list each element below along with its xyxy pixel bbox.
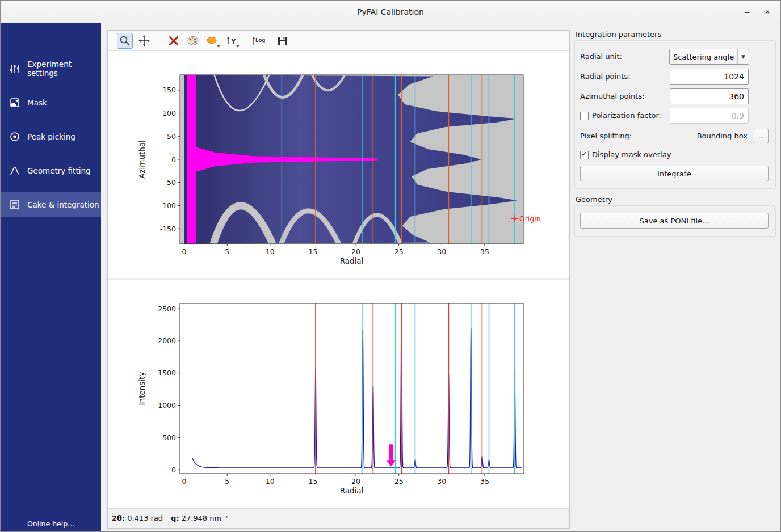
online-help-link[interactable]: Online help... <box>1 520 101 528</box>
tth-value: 0.413 rad <box>127 514 163 522</box>
polarization-input <box>670 108 749 124</box>
polarization-checkbox[interactable] <box>580 112 589 120</box>
window-title: PyFAI Calibration <box>1 1 780 23</box>
close-button[interactable]: × <box>759 4 776 20</box>
svg-text:150: 150 <box>162 86 176 94</box>
target-rings-icon <box>9 131 20 142</box>
svg-text:Log: Log <box>255 37 265 43</box>
svg-text:20: 20 <box>351 477 360 485</box>
radial-points-label: Radial points: <box>580 69 631 85</box>
pyfai-calibration-window: PyFAI Calibration – × Experiment setting… <box>0 0 781 532</box>
svg-text:10: 10 <box>266 477 275 485</box>
mask-overlay-checkbox[interactable] <box>580 151 589 159</box>
sidebar-item-label: Mask <box>27 98 47 107</box>
svg-text:Origin: Origin <box>519 214 541 223</box>
svg-text:0: 0 <box>182 247 187 256</box>
svg-text:Radial: Radial <box>340 486 364 495</box>
log-scale-button[interactable]: Log <box>251 33 267 49</box>
ellipse-roi-icon <box>206 35 219 47</box>
svg-text:25: 25 <box>394 477 404 485</box>
azimuthal-points-label: Azimuthal points: <box>580 88 645 104</box>
svg-text:1000: 1000 <box>158 401 176 409</box>
svg-text:0: 0 <box>171 155 176 164</box>
radial-unit-combobox[interactable]: Scattering angle 2 ▼ <box>669 49 749 65</box>
red-cross-icon <box>167 35 180 47</box>
profile-plot-canvas[interactable]: 0510152025303505001000150020002500Radial… <box>108 280 569 508</box>
palette-icon <box>187 35 199 47</box>
integration-sidebar: Integration parameters Radial unit: Scat… <box>574 23 780 531</box>
pan-tool-button[interactable] <box>136 33 152 49</box>
sliders-icon <box>9 63 20 74</box>
radial-unit-label: Radial unit: <box>580 49 622 65</box>
combo-dropdown-icon: ▼ <box>737 49 749 64</box>
sidebar: Experiment settings Mask Peak picking Ge… <box>1 23 101 531</box>
dropdown-caret-icon: ▾ <box>217 44 220 49</box>
q-label: q: <box>171 514 179 522</box>
save-button[interactable] <box>275 33 291 49</box>
mask-overlay-label: Display mask overlay <box>592 147 671 163</box>
plot-panel: ▾ Y ▾ Log <box>107 30 570 529</box>
sidebar-item-geometry-fitting[interactable]: Geometry fitting <box>1 158 101 183</box>
integrate-button[interactable]: Integrate <box>580 166 769 181</box>
q-value: 27.948 nm⁻¹ <box>182 514 229 522</box>
svg-text:15: 15 <box>308 247 317 256</box>
radial-unit-value: Scattering angle 2 <box>670 53 737 61</box>
svg-text:0: 0 <box>182 477 187 485</box>
integration-panel-icon <box>9 199 20 210</box>
svg-text:0: 0 <box>171 466 176 474</box>
geometry-title: Geometry <box>576 195 612 204</box>
log-scale-icon: Log <box>251 35 266 47</box>
svg-text:25: 25 <box>394 247 404 256</box>
sidebar-item-label: Experiment settings <box>27 60 101 78</box>
svg-text:15: 15 <box>308 477 317 485</box>
mask-icon <box>9 97 20 108</box>
svg-text:5: 5 <box>225 477 229 485</box>
svg-text:30: 30 <box>437 477 446 485</box>
sidebar-item-label: Peak picking <box>27 132 75 141</box>
svg-text:Radial: Radial <box>340 256 364 265</box>
y-axis-orientation-button[interactable]: Y ▾ <box>224 33 240 49</box>
svg-text:Y: Y <box>230 37 236 45</box>
peak-curve-icon <box>9 165 20 176</box>
sidebar-item-mask[interactable]: Mask <box>1 90 101 115</box>
polarization-label: Polarization factor: <box>592 108 661 124</box>
svg-text:-50: -50 <box>165 178 176 187</box>
main-area: ▾ Y ▾ Log <box>101 23 574 531</box>
titlebar: PyFAI Calibration – × <box>1 1 780 24</box>
y-axis-icon: Y <box>225 35 238 47</box>
svg-text:35: 35 <box>480 247 489 256</box>
svg-text:50: 50 <box>167 132 176 141</box>
sidebar-item-label: Cake & integration <box>27 200 99 209</box>
sidebar-item-peak-picking[interactable]: Peak picking <box>1 124 101 149</box>
cake-plot-canvas[interactable]: 05101520253035-150-100-50050100150Radial… <box>108 51 569 278</box>
svg-text:100: 100 <box>162 109 176 117</box>
colormap-button[interactable] <box>185 33 201 49</box>
radial-points-input[interactable] <box>670 69 749 85</box>
move-arrows-icon <box>138 35 150 47</box>
remove-marker-button[interactable] <box>166 33 182 49</box>
pixel-splitting-more-button[interactable]: ... <box>754 129 769 143</box>
sidebar-item-label: Geometry fitting <box>27 166 91 175</box>
svg-text:35: 35 <box>480 477 489 485</box>
minimize-button[interactable]: – <box>738 4 755 20</box>
svg-text:2000: 2000 <box>158 336 176 345</box>
svg-text:5: 5 <box>225 247 229 256</box>
svg-text:-100: -100 <box>160 201 176 210</box>
save-poni-button[interactable]: Save as PONI file... <box>580 213 769 229</box>
plot-toolbar: ▾ Y ▾ Log <box>108 31 569 51</box>
svg-text:Azimuthal: Azimuthal <box>137 140 146 179</box>
sidebar-item-cake-integration[interactable]: Cake & integration <box>1 192 101 217</box>
zoom-tool-button[interactable] <box>117 33 133 49</box>
svg-text:-150: -150 <box>160 225 176 233</box>
svg-text:2500: 2500 <box>158 305 176 313</box>
svg-text:30: 30 <box>437 247 446 256</box>
svg-text:10: 10 <box>266 247 275 256</box>
magnifier-icon <box>119 35 131 47</box>
profile-plot-figure: 0510152025303505001000150020002500Radial… <box>108 280 569 508</box>
azimuthal-points-input[interactable] <box>670 88 749 104</box>
svg-text:20: 20 <box>351 247 360 256</box>
sidebar-item-experiment-settings[interactable]: Experiment settings <box>1 56 101 81</box>
pixel-splitting-value: Bounding box <box>697 128 748 144</box>
pixel-splitting-label: Pixel splitting: <box>580 128 632 144</box>
mask-ellipse-button[interactable]: ▾ <box>204 33 220 49</box>
